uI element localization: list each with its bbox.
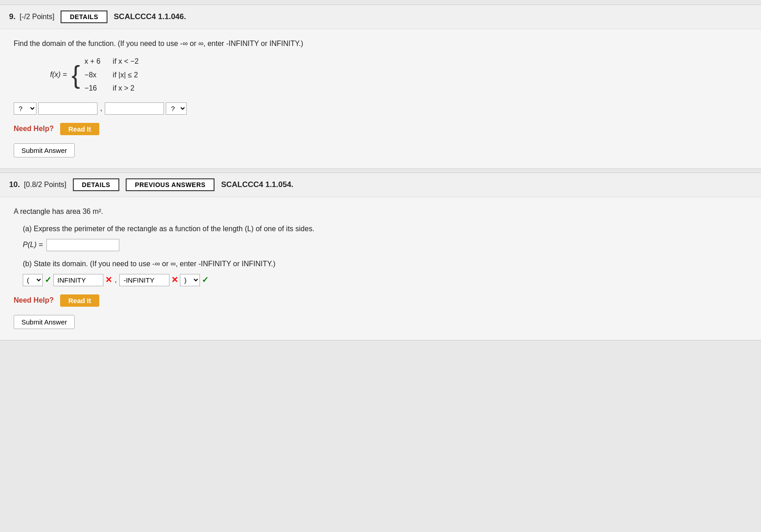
case-3-cond: if x > 2 (113, 82, 135, 94)
question-10-prev-answers-button[interactable]: PREVIOUS ANSWERS (126, 178, 215, 191)
question-10-domain-dropdown-1[interactable]: ( [ (23, 274, 43, 286)
question-9-instruction: Find the domain of the function. (If you… (14, 38, 747, 49)
comma-separator-1: , (100, 104, 102, 112)
question-9-read-it-button[interactable]: Read It (60, 123, 99, 135)
question-10-scale-code: SCALCCC4 1.1.054. (221, 180, 293, 189)
piecewise-case-3: −16 if x > 2 (85, 82, 139, 94)
question-9-submit-button[interactable]: Submit Answer (14, 143, 75, 157)
question-9-dropdown-1[interactable]: ? ( [ -∞ (14, 102, 36, 115)
question-9-input-1[interactable] (38, 102, 97, 115)
case-2-cond: if |x| ≤ 2 (113, 69, 138, 81)
case-3-expr: −16 (85, 82, 107, 94)
pl-input[interactable] (46, 239, 119, 251)
page-container: 9. [-/2 Points] DETAILS SCALCCC4 1.1.046… (0, 0, 761, 349)
question-9-input-2[interactable] (105, 102, 164, 115)
question-10-header: 10. [0.8/2 Points] DETAILS PREVIOUS ANSW… (0, 173, 761, 197)
question-10-details-button[interactable]: DETAILS (73, 178, 119, 191)
question-9-header: 9. [-/2 Points] DETAILS SCALCCC4 1.1.046… (0, 5, 761, 29)
question-10-domain-row: ( [ ✓ ✕ , ✕ ) ] ✓ (23, 274, 747, 286)
question-10-domain-dropdown-2[interactable]: ) ] (180, 274, 200, 286)
question-9-answer-row: ? ( [ -∞ , ? ) ] ∞ (14, 102, 747, 115)
question-9-number: 9. [-/2 Points] (9, 12, 54, 21)
piecewise-case-2: −8x if |x| ≤ 2 (85, 69, 139, 81)
cross-mark-2: ✕ (171, 275, 178, 285)
question-10-read-it-button[interactable]: Read It (60, 294, 99, 307)
case-2-expr: −8x (85, 69, 107, 81)
case-1-expr: x + 6 (85, 56, 107, 67)
domain-input-2[interactable] (119, 274, 169, 286)
question-9-need-help-row: Need Help? Read It (14, 123, 747, 135)
question-9-body: Find the domain of the function. (If you… (0, 29, 761, 168)
question-10-body: A rectangle has area 36 m². (a) Express … (0, 197, 761, 340)
question-10-block: 10. [0.8/2 Points] DETAILS PREVIOUS ANSW… (0, 172, 761, 340)
piecewise-case-1: x + 6 if x < −2 (85, 56, 139, 67)
piecewise-function: f(x) = { x + 6 if x < −2 −8x if |x| ≤ 2 … (50, 56, 747, 94)
check-mark-2: ✓ (202, 275, 209, 285)
question-9-scale-code: SCALCCC4 1.1.046. (114, 12, 186, 21)
question-10-need-help-row: Need Help? Read It (14, 294, 747, 307)
question-9-block: 9. [-/2 Points] DETAILS SCALCCC4 1.1.046… (0, 5, 761, 169)
check-mark-1: ✓ (45, 275, 51, 285)
pl-label-text: P(L) = (23, 241, 43, 249)
question-10-number: 10. [0.8/2 Points] (9, 180, 66, 189)
case-1-cond: if x < −2 (113, 56, 139, 67)
cross-mark-1: ✕ (105, 275, 112, 285)
question-9-need-help-label: Need Help? (14, 125, 54, 133)
domain-input-1[interactable] (53, 274, 103, 286)
piecewise-cases: x + 6 if x < −2 −8x if |x| ≤ 2 −16 if x … (85, 56, 139, 94)
piecewise-brace: { (72, 62, 80, 87)
question-9-dropdown-2[interactable]: ? ) ] ∞ (166, 102, 187, 115)
question-10-part-a: (a) Express the perimeter of the rectang… (23, 223, 747, 234)
question-10-part-b: (b) State its domain. (If you need to us… (23, 258, 747, 269)
question-9-details-button[interactable]: DETAILS (61, 10, 107, 23)
question-10-need-help-label: Need Help? (14, 296, 54, 304)
piecewise-label: f(x) = (50, 71, 67, 79)
pl-label-row: P(L) = (23, 239, 747, 251)
question-10-submit-button[interactable]: Submit Answer (14, 315, 75, 329)
question-10-area-text: A rectangle has area 36 m². (14, 206, 747, 217)
separator-2: , (115, 276, 117, 284)
